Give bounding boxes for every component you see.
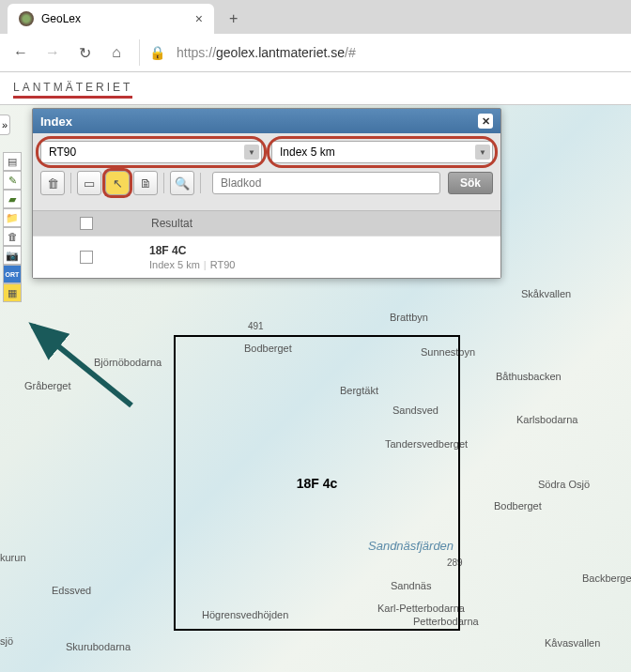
- chevron-down-icon: ▼: [244, 145, 259, 160]
- home-button[interactable]: ⌂: [107, 44, 126, 61]
- map-label: Södra Osjö: [538, 479, 590, 490]
- map-label: Brattbyn: [390, 312, 428, 323]
- main-content: Björnöbodarna Gråberget Brattbyn Bodberg…: [0, 105, 631, 672]
- result-subtitle: Index 5 km|RT90: [149, 259, 235, 270]
- layers-button[interactable]: ▤: [3, 152, 22, 171]
- dropdown-value: RT90: [49, 145, 76, 159]
- delete-button[interactable]: 🗑: [3, 227, 22, 246]
- tab-bar: GeoLex × +: [0, 0, 631, 34]
- dropdown-row: RT90 ▼ Index 5 km ▼: [40, 141, 493, 163]
- panel-toolbar: 🗑 ▭ ↖ 🗎 🔍 Sök: [40, 171, 493, 195]
- map-label: Karlsbodarna: [516, 414, 577, 425]
- panel-body: RT90 ▼ Index 5 km ▼ 🗑 ▭ ↖ 🗎 🔍 S: [33, 133, 500, 210]
- rectangle-select-button[interactable]: ▭: [77, 171, 101, 195]
- url-text: https://geolex.lantmateriet.se/#: [177, 45, 356, 60]
- file-button[interactable]: 🗎: [133, 171, 158, 195]
- separator: [200, 173, 201, 193]
- logo-bar: LANTMÄTERIET: [0, 72, 631, 105]
- result-title: 18F 4C: [149, 244, 235, 257]
- polygon-button[interactable]: ▰: [3, 190, 22, 208]
- map-label: kurun: [0, 552, 26, 563]
- lock-icon: 🔒: [149, 45, 165, 60]
- tab-close-icon[interactable]: ×: [195, 11, 203, 26]
- map-label: Båthusbacken: [496, 371, 562, 382]
- brand-logo: LANTMÄTERIET: [13, 81, 132, 99]
- result-row[interactable]: 18F 4C Index 5 km|RT90: [33, 236, 500, 278]
- chevron-down-icon: ▼: [475, 145, 490, 160]
- map-label: Bodberget: [494, 500, 542, 512]
- ort-button[interactable]: ORT: [3, 265, 22, 283]
- index-button[interactable]: ▦: [3, 283, 22, 302]
- dropdown-value: Index 5 km: [280, 145, 335, 159]
- result-info: 18F 4C Index 5 km|RT90: [149, 244, 235, 270]
- panel-header[interactable]: Index ✕: [33, 109, 500, 133]
- click-select-button[interactable]: ↖: [105, 171, 130, 195]
- browser-chrome: GeoLex × + ← → ↻ ⌂ 🔒 https://geolex.lant…: [0, 0, 631, 72]
- map-label: sjö: [0, 635, 13, 647]
- separator: [70, 173, 71, 193]
- map-label: Backberge: [582, 573, 631, 584]
- map-elevation: 491: [248, 321, 264, 331]
- zoom-button[interactable]: 🔍: [170, 171, 194, 195]
- favicon: [19, 11, 34, 26]
- coordinate-system-dropdown[interactable]: RT90 ▼: [40, 141, 262, 163]
- map-label: Kåvasvallen: [545, 637, 600, 649]
- map-rect-label: 18F 4c: [297, 476, 338, 491]
- open-button[interactable]: 📁: [3, 208, 22, 227]
- annotation-arrow: [28, 321, 141, 434]
- svg-line-1: [33, 326, 131, 405]
- map-label: Skåkvallen: [521, 288, 571, 299]
- index-scale-dropdown[interactable]: Index 5 km ▼: [271, 141, 493, 163]
- new-tab-button[interactable]: +: [222, 7, 245, 31]
- separator: [163, 173, 164, 193]
- left-toolbar: ▤ ✎ ▰ 📁 🗑 📷 ORT ▦: [3, 152, 22, 302]
- map-index-rectangle: 18F 4c: [174, 335, 460, 631]
- panel-title: Index: [40, 115, 72, 129]
- bladkod-search-input[interactable]: [212, 172, 440, 194]
- result-checkbox[interactable]: [80, 251, 93, 264]
- refresh-button[interactable]: ↻: [75, 44, 94, 62]
- panel-close-button[interactable]: ✕: [478, 114, 493, 129]
- sidebar-toggle-button[interactable]: »: [0, 115, 10, 135]
- screenshot-button[interactable]: 📷: [3, 246, 22, 265]
- result-header-row: Resultat: [33, 210, 500, 236]
- search-button[interactable]: Sök: [448, 172, 493, 194]
- nav-bar: ← → ↻ ⌂ 🔒 https://geolex.lantmateriet.se…: [0, 34, 631, 71]
- back-button[interactable]: ←: [11, 44, 30, 61]
- select-all-checkbox[interactable]: [80, 217, 93, 230]
- tab-title: GeoLex: [41, 12, 81, 25]
- index-panel: Index ✕ RT90 ▼ Index 5 km ▼ 🗑 ▭: [32, 108, 501, 279]
- browser-tab[interactable]: GeoLex ×: [8, 4, 214, 34]
- map-label: Skurubodarna: [66, 641, 131, 652]
- trash-button[interactable]: 🗑: [40, 171, 65, 195]
- map-label: Edssved: [52, 585, 91, 596]
- result-header-label: Resultat: [151, 217, 192, 230]
- forward-button[interactable]: →: [43, 44, 62, 61]
- edit-button[interactable]: ✎: [3, 171, 22, 190]
- url-bar[interactable]: 🔒 https://geolex.lantmateriet.se/#: [139, 39, 620, 66]
